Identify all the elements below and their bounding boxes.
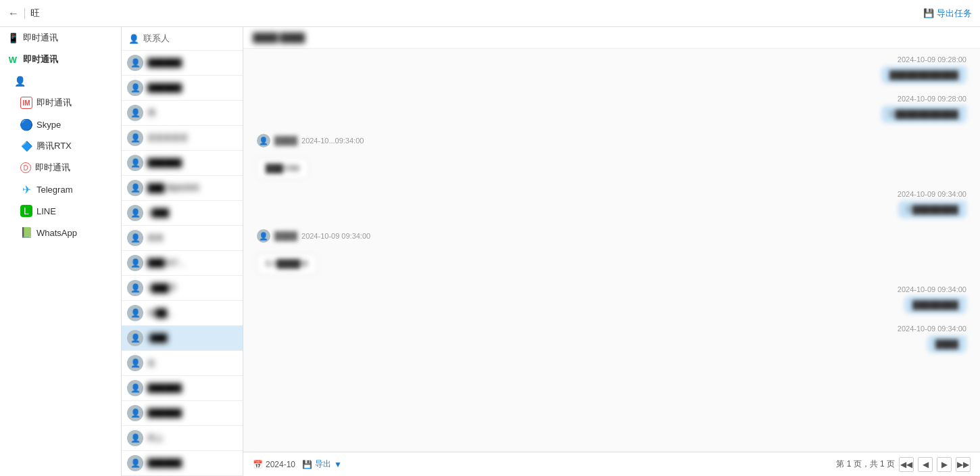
sender-time: 2024-10...09:34:00 <box>301 137 364 145</box>
message-content: ████████ <box>904 296 966 314</box>
sidebar-label-rtx: 腾讯RTX <box>36 140 72 152</box>
contact-name: ██████ <box>147 458 182 468</box>
sender-name: ████ <box>274 136 297 145</box>
sidebar-label-whatsapp: WhatsApp <box>36 228 77 238</box>
chat-header-title: ████ ████ <box>253 32 305 43</box>
contact-avatar: 👤 <box>127 355 143 371</box>
sidebar-label-im-sub: 即时通讯 <box>36 97 72 109</box>
contact-item[interactable]: 👤 用 <box>122 101 243 126</box>
date-range: 2024-10 <box>266 460 295 469</box>
message-block: 2024-10-09 09:34:00 ████████ <box>257 285 966 314</box>
contact-avatar: 👤 <box>127 180 143 196</box>
message-sender: 👤 ████ 2024-10-09 09:34:00 <box>257 229 966 243</box>
chat-panel: ████ ████ 2024-10-09 09:28:00 ██████████… <box>243 27 980 476</box>
contact-avatar: 👤 <box>127 380 143 396</box>
calendar-icon: 📅 <box>253 460 263 469</box>
contact-item[interactable]: 👤 类类 <box>122 226 243 251</box>
contacts-list: 👤 ██████ 👤 ██████ 👤 用 👤 层层层层层 👤 ██████ 👤… <box>122 51 243 476</box>
first-page-button[interactable]: ◀◀ <box>899 457 914 472</box>
message-block: 2024-10-09 09:34:00 ████ <box>257 325 966 353</box>
top-bar: ← 旺 💾 导出任务 <box>0 0 980 27</box>
im2-icon: D <box>20 162 31 173</box>
contacts-panel: 👤 联系人 👤 ██████ 👤 ██████ 👤 用 👤 层层层层层 👤 ██… <box>122 27 243 476</box>
contact-item[interactable]: 👤 层层层层层 <box>122 126 243 151</box>
sidebar-item-im-group[interactable]: W 即时通讯 <box>0 49 121 70</box>
sidebar-item-telegram[interactable]: ✈ Telegram <box>0 178 121 200</box>
main-content: 📱 即时通讯 W 即时通讯 👤 IM 即时通讯 🔵 Skype 🔷 腾讯RTX <box>0 27 980 476</box>
sender-name: ████ <box>274 231 297 241</box>
divider <box>24 8 25 19</box>
message-timestamp: 2024-10-09 09:28:00 <box>257 95 966 103</box>
sidebar-item-whatsapp[interactable]: 📗 WhatsApp <box>0 222 121 243</box>
sidebar-item-rtx[interactable]: 🔷 腾讯RTX <box>0 135 121 157</box>
message-timestamp: 2024-10-09 09:34:00 <box>257 325 966 333</box>
sender-time: 2024-10-09 09:34:00 <box>301 232 370 240</box>
contact-item[interactable]: 👤 ███337... <box>122 251 243 276</box>
message-bubble-right: ████████ <box>257 296 966 314</box>
contact-name: 同上 <box>147 433 164 444</box>
contact-name: ███337... <box>147 258 185 268</box>
contacts-header-label: 联系人 <box>143 32 170 45</box>
message-content: C███████████ <box>881 105 966 123</box>
contact-item[interactable]: 👤 v███手 <box>122 276 243 301</box>
chat-header: ████ ████ <box>243 27 980 49</box>
back-button[interactable]: ← <box>8 7 19 20</box>
contact-name: ██████ <box>147 408 182 418</box>
contact-item[interactable]: 👤 ██████ <box>122 376 243 401</box>
export-icon: 💾 <box>302 460 312 469</box>
contact-avatar: 👤 <box>127 205 143 221</box>
sender-avatar: 👤 <box>257 229 270 243</box>
contact-item[interactable]: 👤 张██... <box>122 301 243 326</box>
sender-avatar: 👤 <box>257 134 270 147</box>
message-content: ████████████ <box>881 66 966 84</box>
contact-item[interactable]: 👤 同上 <box>122 426 243 451</box>
sidebar-item-skype[interactable]: 🔵 Skype <box>0 114 121 135</box>
contact-item[interactable]: 👤 ██████ <box>122 51 243 76</box>
sidebar-item-im-top[interactable]: 📱 即时通讯 <box>0 27 121 49</box>
contact-item[interactable]: 👤 1███ <box>122 201 243 226</box>
message-sender: 👤 ████ 2024-10...09:34:00 <box>257 134 966 147</box>
message-timestamp: 2024-10-09 09:34:00 <box>257 285 966 293</box>
page-title: 旺 <box>30 7 40 20</box>
chat-messages: 2024-10-09 09:28:00 ████████████ 2024-10… <box>243 49 980 452</box>
export-task-label: 导出任务 <box>937 7 972 20</box>
contact-avatar: 👤 <box>127 430 143 446</box>
im-icon: 📱 <box>7 32 19 44</box>
contact-item[interactable]: 👤 r███ <box>122 326 243 351</box>
contact-avatar: 👤 <box>127 155 143 171</box>
im-sub-icon: IM <box>20 97 32 109</box>
message-bubble-right: C████████ <box>257 201 966 218</box>
contact-name: 类类 <box>147 233 164 244</box>
sidebar-item-im-sub[interactable]: IM 即时通讯 <box>0 92 121 114</box>
last-page-button[interactable]: ▶▶ <box>956 457 971 472</box>
sidebar-item-im2[interactable]: D 即时通讯 <box>0 157 121 178</box>
prev-page-button[interactable]: ◀ <box>918 457 933 472</box>
contact-item[interactable]: 👤 ██████ <box>122 76 243 101</box>
message-bubble-right: ████ <box>257 335 966 353</box>
contact-item[interactable]: 👤 ██████ <box>122 451 243 476</box>
contact-name: 层层层层层 <box>147 133 188 144</box>
contact-item[interactable]: 👤 友 <box>122 351 243 376</box>
export-button[interactable]: 💾 导出 ▼ <box>302 458 342 470</box>
export-task-button[interactable]: 💾 导出任务 <box>923 7 972 20</box>
contact-name: ██████ <box>147 83 182 93</box>
contact-item[interactable]: 👤 ██████ <box>122 401 243 426</box>
message-content: 0.0████秒 <box>257 254 317 275</box>
contact-avatar: 👤 <box>127 230 143 246</box>
sidebar-label-im-group: 即时通讯 <box>23 53 58 66</box>
sidebar-label-im-top: 即时通讯 <box>23 32 58 44</box>
contact-item[interactable]: 👤 ███ 我的同同 <box>122 176 243 201</box>
sidebar-item-line[interactable]: L LINE <box>0 200 121 222</box>
contact-name: ███ 我的同同 <box>147 183 199 194</box>
contact-avatar: 👤 <box>127 455 143 471</box>
contact-item[interactable]: 👤 ██████ <box>122 151 243 176</box>
next-page-button[interactable]: ▶ <box>937 457 952 472</box>
contact-name: 张██... <box>147 308 174 319</box>
contact-avatar: 👤 <box>127 80 143 96</box>
pagination: 第 1 页，共 1 页 ◀◀ ◀ ▶ ▶▶ <box>836 457 971 472</box>
sidebar-label-line: LINE <box>36 206 56 216</box>
contact-name: 用 <box>147 108 155 119</box>
sidebar-item-user[interactable]: 👤 <box>0 70 121 92</box>
export-chevron-icon: ▼ <box>334 460 342 469</box>
save-icon: 💾 <box>923 8 934 18</box>
